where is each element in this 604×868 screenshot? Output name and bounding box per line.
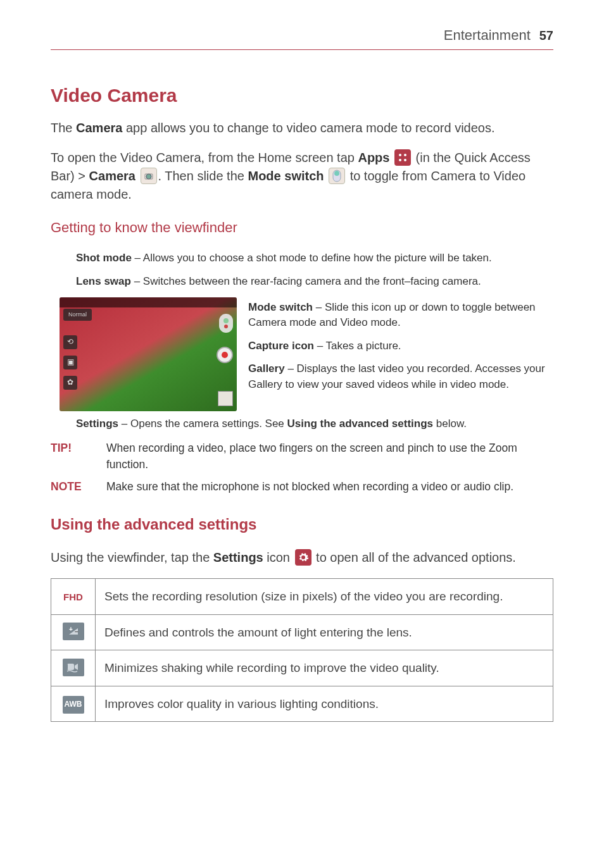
svg-point-0 (399, 154, 401, 156)
capture-button-icon (217, 347, 233, 363)
mode-switch-icon (329, 168, 345, 184)
annotation-gallery: Gallery – Displays the last video you re… (248, 361, 553, 392)
intro-paragraph-1: The Camera app allows you to change to v… (51, 119, 553, 137)
gallery-thumbnail-icon (218, 391, 233, 406)
brightness-desc: Defines and controls the amount of light… (96, 614, 553, 650)
advanced-intro: Using the viewfinder, tap the Settings i… (51, 549, 553, 567)
stabilize-icon (63, 659, 84, 676)
table-row: FHD Sets the recording resolution (size … (51, 579, 553, 615)
svg-point-9 (224, 325, 228, 328)
annotation-capture-icon: Capture icon – Takes a picture. (248, 338, 553, 354)
tip-label: TIP! (51, 440, 89, 473)
note-row: NOTE Make sure that the microphone is no… (51, 479, 553, 495)
intro-paragraph-2: To open the Video Camera, from the Home … (51, 149, 553, 204)
settings-gear-icon (295, 549, 311, 566)
note-label: NOTE (51, 479, 89, 495)
advanced-settings-heading: Using the advanced settings (51, 514, 553, 536)
svg-point-8 (223, 318, 229, 323)
svg-text:+: + (69, 626, 73, 633)
resolution-icon-cell: FHD (51, 579, 96, 615)
shot-mode-label: Normal (63, 309, 92, 321)
apps-icon (394, 149, 411, 166)
brightness-icon: +− (63, 623, 84, 640)
svg-point-2 (399, 159, 401, 161)
lens-swap-icon: ⟲ (63, 335, 77, 349)
table-row: AWB Improves color quality in various li… (51, 686, 553, 722)
note-text: Make sure that the microphone is not blo… (106, 479, 553, 495)
stabilize-desc: Minimizes shaking while recording to imp… (96, 650, 553, 686)
awb-icon-cell: AWB (51, 686, 96, 722)
viewfinder-preview-image: Normal ⟲ ▣ ✿ (60, 297, 237, 411)
svg-point-7 (334, 171, 339, 176)
table-row: Minimizes shaking while recording to imp… (51, 650, 553, 686)
tip-text: When recording a video, place two finger… (106, 440, 553, 473)
annotation-lens-swap: Lens swap – Switches between the rear-fa… (76, 274, 553, 290)
page-title: Video Camera (51, 82, 553, 109)
brightness-icon-cell: +− (51, 614, 96, 650)
mode-switch-toggle-icon (219, 314, 233, 333)
fhd-icon: FHD (63, 592, 83, 602)
page-header: Entertainment 57 (51, 25, 553, 50)
svg-text:−: − (75, 628, 79, 635)
flash-icon: ▣ (63, 356, 77, 369)
viewfinder-diagram: Shot mode – Allows you to choose a shot … (51, 251, 553, 431)
tip-row: TIP! When recording a video, place two f… (51, 440, 553, 473)
camera-app-icon (141, 168, 157, 184)
annotation-mode-switch: Mode switch – Slide this icon up or down… (248, 300, 553, 331)
table-row: +− Defines and controls the amount of li… (51, 614, 553, 650)
header-section-title: Entertainment (444, 25, 531, 46)
stabilize-icon-cell (51, 650, 96, 686)
page-number: 57 (539, 27, 553, 45)
annotation-settings: Settings – Opens the camera settings. Se… (76, 416, 553, 432)
svg-point-1 (404, 154, 406, 156)
viewfinder-heading: Getting to know the viewfinder (51, 218, 553, 238)
svg-point-4 (146, 174, 151, 179)
resolution-desc: Sets the recording resolution (size in p… (96, 579, 553, 615)
awb-desc: Improves color quality in various lighti… (96, 686, 553, 722)
svg-point-3 (404, 159, 406, 161)
awb-icon: AWB (63, 696, 84, 714)
annotation-shot-mode: Shot mode – Allows you to choose a shot … (76, 251, 553, 266)
settings-icon: ✿ (63, 376, 77, 390)
advanced-settings-table: FHD Sets the recording resolution (size … (51, 578, 553, 722)
